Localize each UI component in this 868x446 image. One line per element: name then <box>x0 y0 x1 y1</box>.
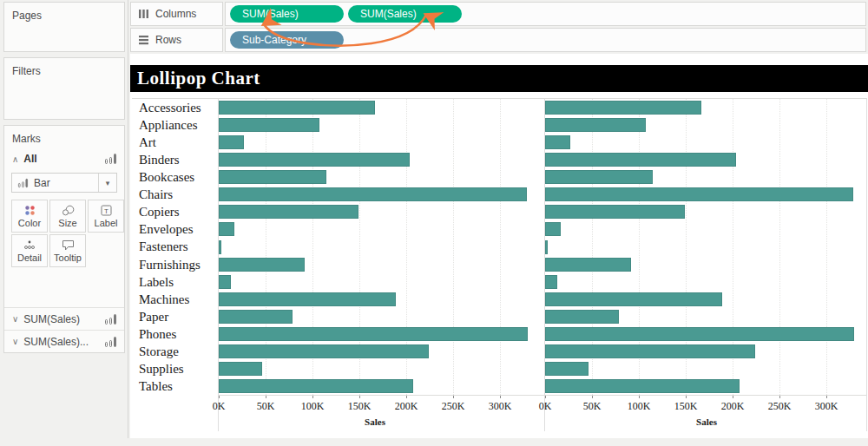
bar-tables[interactable] <box>545 379 740 393</box>
tooltip-button[interactable]: Tooltip <box>49 234 86 267</box>
gridline <box>500 99 501 395</box>
detail-button[interactable]: Detail <box>11 234 48 267</box>
bar-accessories[interactable] <box>219 101 375 115</box>
pages-shelf[interactable]: Pages <box>3 2 125 52</box>
category-label-phones[interactable]: Phones <box>139 325 176 343</box>
bar-paper[interactable] <box>545 310 619 324</box>
category-label-binders[interactable]: Binders <box>139 151 180 168</box>
category-label-chairs[interactable]: Chairs <box>139 186 173 203</box>
dropdown-caret-icon[interactable]: ▾ <box>98 174 116 192</box>
detail-button-label: Detail <box>17 253 42 263</box>
bar-appliances[interactable] <box>545 118 646 132</box>
bar-phones[interactable] <box>545 327 854 341</box>
pill-sum-sales-2[interactable]: SUM(Sales) <box>348 5 462 23</box>
axis-tick-label: 200K <box>713 400 752 413</box>
rows-pills-area[interactable]: Sub-Category <box>225 28 866 52</box>
bar-paper[interactable] <box>219 310 293 324</box>
pill-sum-sales-1[interactable]: SUM(Sales) <box>230 5 344 23</box>
bar-envelopes[interactable] <box>219 222 234 236</box>
gridline <box>779 99 780 395</box>
color-dots-icon <box>24 205 36 216</box>
measure-card-sum-sales-1[interactable]: ∨ SUM(Sales) <box>4 307 124 330</box>
mark-type-value: Bar <box>34 177 50 189</box>
category-label-supplies[interactable]: Supplies <box>139 360 184 377</box>
marks-all-row[interactable]: ∧ All <box>4 145 124 168</box>
category-label-storage[interactable]: Storage <box>139 343 179 360</box>
bar-storage[interactable] <box>219 344 429 358</box>
bar-fasteners[interactable] <box>219 240 221 254</box>
bar-appliances[interactable] <box>219 118 319 132</box>
bar-phones[interactable] <box>219 327 528 341</box>
category-label-furnishings[interactable]: Furnishings <box>139 256 201 273</box>
axis-tick-label: 300K <box>807 400 845 413</box>
bar-binders[interactable] <box>545 153 736 167</box>
axis-tick-label: 150K <box>667 400 705 413</box>
bar-copiers[interactable] <box>219 205 358 219</box>
axis-tick-label: 200K <box>387 400 425 413</box>
detail-dots-icon <box>23 239 36 251</box>
category-label-art[interactable]: Art <box>139 134 156 151</box>
color-button[interactable]: Color <box>11 200 48 233</box>
expand-chevron-icon[interactable]: ∨ <box>12 314 18 324</box>
sidebar: Pages Filters Marks ∧ All Bar ▾ <box>0 0 128 446</box>
collapse-chevron-icon[interactable]: ∧ <box>12 154 18 164</box>
bar-chart-badge-icon <box>105 314 116 325</box>
axis-tick-label: 100K <box>620 400 658 413</box>
bar-bookcases[interactable] <box>219 170 326 184</box>
bar-labels[interactable] <box>545 275 557 289</box>
axis-tick-label: 150K <box>340 400 378 413</box>
bar-art[interactable] <box>219 135 244 149</box>
gridline <box>453 99 454 395</box>
columns-pills-area[interactable]: SUM(Sales) SUM(Sales) <box>225 2 866 26</box>
mark-type-dropdown[interactable]: Bar ▾ <box>11 173 117 193</box>
bar-envelopes[interactable] <box>545 222 561 236</box>
columns-shelf-label: Columns <box>130 2 223 26</box>
bottom-margin <box>0 438 868 446</box>
category-label-envelopes[interactable]: Envelopes <box>139 220 193 238</box>
tableau-window: Pages Filters Marks ∧ All Bar ▾ <box>0 0 868 446</box>
bar-binders[interactable] <box>219 153 410 167</box>
bar-supplies[interactable] <box>545 362 589 376</box>
bar-machines[interactable] <box>219 292 396 306</box>
bar-bookcases[interactable] <box>545 170 653 184</box>
category-label-accessories[interactable]: Accessories <box>139 99 201 116</box>
tooltip-bubble-icon <box>62 239 75 251</box>
bar-copiers[interactable] <box>545 205 685 219</box>
bar-storage[interactable] <box>545 344 755 358</box>
bar-furnishings[interactable] <box>219 258 305 272</box>
bar-chairs[interactable] <box>545 187 853 201</box>
bar-chairs[interactable] <box>219 187 527 201</box>
bar-supplies[interactable] <box>219 362 262 376</box>
category-label-labels[interactable]: Labels <box>139 273 174 291</box>
bar-accessories[interactable] <box>545 101 701 115</box>
axis-line <box>219 395 866 396</box>
label-button[interactable]: T Label <box>88 200 124 233</box>
filters-shelf[interactable]: Filters <box>3 57 125 120</box>
chart-title-bar: Lollipop Chart <box>130 65 868 92</box>
color-button-label: Color <box>18 218 41 228</box>
label-text-icon: T <box>101 205 112 216</box>
axis-title-sales: Sales <box>545 416 868 427</box>
category-label-fasteners[interactable]: Fasteners <box>139 238 188 255</box>
category-label-machines[interactable]: Machines <box>139 291 189 308</box>
bar-machines[interactable] <box>545 292 722 306</box>
category-label-appliances[interactable]: Appliances <box>139 116 197 134</box>
bar-tables[interactable] <box>219 379 413 393</box>
filters-label: Filters <box>4 58 124 77</box>
measure-card-sum-sales-2[interactable]: ∨ SUM(Sales)... <box>4 330 124 352</box>
category-label-bookcases[interactable]: Bookcases <box>139 168 194 186</box>
category-label-paper[interactable]: Paper <box>139 308 168 325</box>
size-button[interactable]: Size <box>49 200 86 233</box>
category-label-tables[interactable]: Tables <box>139 377 173 395</box>
category-label-copiers[interactable]: Copiers <box>139 203 180 220</box>
expand-chevron-icon[interactable]: ∨ <box>12 337 18 346</box>
rows-icon <box>138 35 149 45</box>
chart-pane-left: 0K50K100K150K200K250K300KSales <box>219 99 531 395</box>
bar-labels[interactable] <box>219 275 231 289</box>
bar-fasteners[interactable] <box>545 240 548 254</box>
pill-sub-category[interactable]: Sub-Category <box>230 31 344 49</box>
axis-title-sales: Sales <box>219 416 531 427</box>
bar-art[interactable] <box>545 135 570 149</box>
axis-tick-label: 0K <box>200 400 238 413</box>
bar-furnishings[interactable] <box>545 258 631 272</box>
